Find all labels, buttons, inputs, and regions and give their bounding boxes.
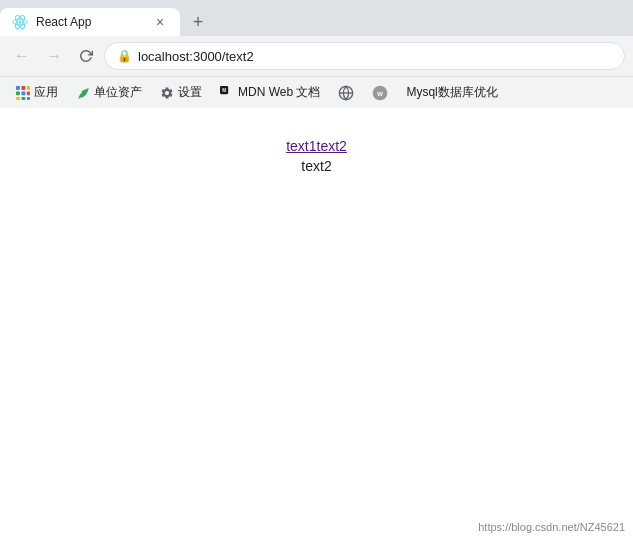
svg-rect-12: [27, 96, 30, 99]
reload-button[interactable]: [72, 42, 100, 70]
lock-icon: 🔒: [117, 49, 132, 63]
svg-rect-4: [16, 86, 20, 90]
tab-close-button[interactable]: ×: [152, 14, 168, 30]
tab-bar: React App × +: [0, 0, 633, 36]
bookmark-w[interactable]: w: [364, 82, 396, 104]
address-bar: ← → 🔒 localhost:3000/text2: [0, 36, 633, 76]
apps-icon: [16, 86, 30, 100]
bookmark-mysql[interactable]: Mysql数据库优化: [398, 81, 505, 104]
active-tab[interactable]: React App ×: [0, 8, 180, 36]
firefox-icon: M: [220, 86, 234, 100]
browser-chrome: React App × + ← → 🔒 localhost:3000/text2: [0, 0, 633, 108]
bookmarks-bar: 应用 单位资产 设置 M MDN Web 文档: [0, 76, 633, 108]
svg-rect-10: [16, 96, 20, 99]
page-body-text: text2: [301, 158, 331, 174]
gear-icon: [160, 86, 174, 100]
svg-text:w: w: [377, 89, 384, 98]
svg-rect-6: [27, 86, 30, 90]
tab-favicon: [12, 14, 28, 30]
url-bar[interactable]: 🔒 localhost:3000/text2: [104, 42, 625, 70]
svg-rect-5: [21, 86, 25, 90]
page-link[interactable]: text1text2: [286, 138, 347, 154]
back-button[interactable]: ←: [8, 42, 36, 70]
tab-title: React App: [36, 15, 144, 29]
svg-text:M: M: [222, 88, 226, 93]
url-text: localhost:3000/text2: [138, 49, 254, 64]
page-content: text1text2 text2 https://blog.csdn.net/N…: [0, 108, 633, 541]
svg-rect-8: [21, 91, 25, 95]
bookmark-apps-label: 应用: [34, 84, 58, 101]
svg-rect-11: [21, 96, 25, 99]
forward-button[interactable]: →: [40, 42, 68, 70]
svg-rect-9: [27, 91, 30, 95]
globe-icon: [338, 85, 354, 101]
bookmark-settings-label: 设置: [178, 84, 202, 101]
svg-point-0: [18, 20, 21, 23]
bookmark-unit-assets[interactable]: 单位资产: [68, 81, 150, 104]
watermark: https://blog.csdn.net/NZ45621: [478, 521, 625, 533]
bookmark-globe[interactable]: [330, 82, 362, 104]
bookmark-settings[interactable]: 设置: [152, 81, 210, 104]
bookmark-unit-assets-label: 单位资产: [94, 84, 142, 101]
new-tab-button[interactable]: +: [184, 8, 212, 36]
leaf-icon: [76, 86, 90, 100]
svg-rect-7: [16, 91, 20, 95]
bookmark-apps[interactable]: 应用: [8, 81, 66, 104]
bookmark-mdn-label: MDN Web 文档: [238, 84, 320, 101]
bookmark-mysql-label: Mysql数据库优化: [406, 84, 497, 101]
bookmark-mdn[interactable]: M MDN Web 文档: [212, 81, 328, 104]
w-icon: w: [372, 85, 388, 101]
